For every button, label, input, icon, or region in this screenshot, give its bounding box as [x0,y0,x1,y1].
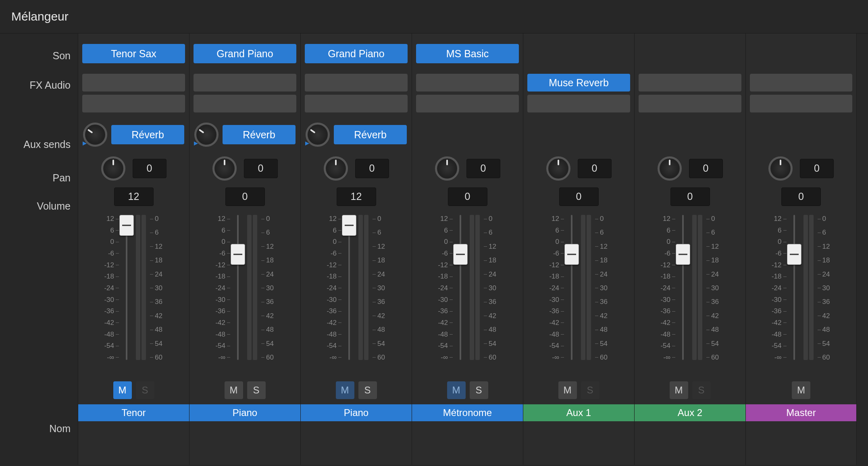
level-meter [581,215,591,360]
fx-slot-1[interactable] [305,74,408,92]
volume-fader[interactable] [124,215,129,360]
solo-button[interactable]: S [247,381,266,399]
meter-scale-right: 06121824303642485460 [261,215,276,361]
track-name[interactable]: Aux 1 [523,404,634,421]
sound-button[interactable]: Grand Piano [194,44,296,63]
fx-slot-2[interactable] [82,95,185,112]
fx-slot-1[interactable] [416,74,519,92]
volume-fader[interactable] [458,215,463,360]
volume-value[interactable]: 12 [337,187,376,206]
volume-fader[interactable] [680,215,686,360]
aux-send-knob[interactable] [194,123,219,147]
mixer: Son FX Audio Aux sends Pan Volume Nom Te… [0,33,868,465]
fx-slot-1[interactable]: Muse Reverb [527,74,630,92]
volume-value[interactable]: 0 [670,187,710,206]
fx-slot-1[interactable] [639,74,741,92]
track-name[interactable]: Piano [189,404,300,421]
track-name[interactable]: Aux 2 [635,404,745,421]
pan-knob[interactable] [435,156,459,181]
track-name[interactable]: Master [746,404,856,421]
pan-value[interactable]: 0 [689,159,723,178]
aux-send-knob[interactable] [83,123,107,147]
sound-button[interactable]: Tenor Sax [82,44,185,63]
volume-fader[interactable] [569,215,575,360]
solo-button[interactable]: S [136,381,154,399]
track-name[interactable]: Métronome [412,404,523,421]
mute-button[interactable]: M [113,381,132,399]
volume-fader[interactable] [346,215,352,360]
fx-slot-1[interactable] [194,74,296,92]
mute-button[interactable]: M [225,381,243,399]
volume-value[interactable]: 0 [559,187,599,206]
mixer-track: MS Basic001260-6-12-18-24-30-36-42-48-54… [412,33,523,465]
mixer-track: Tenor SaxRéverb0121260-6-12-18-24-30-36-… [78,33,189,465]
volume-fader[interactable] [235,215,241,360]
volume-value[interactable]: 0 [448,187,487,206]
mixer-track: Grand PianoRéverb001260-6-12-18-24-30-36… [189,33,300,465]
mute-button[interactable]: M [336,381,354,399]
mute-button[interactable]: M [792,381,810,399]
pan-value[interactable]: 0 [800,159,834,178]
fader-scale-left: 1260-6-12-18-24-30-36-42-48-54-∞ [770,215,787,361]
mute-button[interactable]: M [447,381,466,399]
level-meter [692,215,702,360]
level-meter [470,215,480,360]
meter-scale-right: 06121824303642485460 [818,215,832,361]
fx-slot-2[interactable] [305,95,408,112]
sound-button[interactable]: Grand Piano [305,44,408,63]
fader-scale-left: 1260-6-12-18-24-30-36-42-48-54-∞ [437,215,453,361]
fader-scale-left: 1260-6-12-18-24-30-36-42-48-54-∞ [548,215,564,361]
tracks-container: Tenor SaxRéverb0121260-6-12-18-24-30-36-… [78,33,857,465]
mixer-track: Grand PianoRéverb0121260-6-12-18-24-30-3… [300,33,412,465]
fx-slot-1[interactable] [750,74,852,92]
pan-value[interactable]: 0 [355,159,389,178]
aux-send-label[interactable]: Réverb [334,125,407,144]
sound-button[interactable]: MS Basic [416,44,519,63]
aux-send-label[interactable]: Réverb [111,125,184,144]
pan-knob[interactable] [324,156,348,181]
mixer-track: 001260-6-12-18-24-30-36-42-48-54-∞061218… [634,33,745,465]
mixer-track: 001260-6-12-18-24-30-36-42-48-54-∞061218… [745,33,857,465]
fx-slot-1[interactable] [82,74,185,92]
fx-slot-2[interactable] [416,95,519,112]
label-nom: Nom [0,419,71,438]
volume-fader[interactable] [791,215,797,360]
fader-scale-left: 1260-6-12-18-24-30-36-42-48-54-∞ [103,215,119,361]
meter-scale-right: 06121824303642485460 [373,215,387,361]
pan-value[interactable]: 0 [244,159,278,178]
label-fx: FX Audio [0,74,71,128]
track-name[interactable]: Piano [301,404,412,421]
mixer-track: Muse Reverb001260-6-12-18-24-30-36-42-48… [523,33,634,465]
label-son: Son [0,33,71,74]
pan-knob[interactable] [658,156,682,181]
fx-slot-2[interactable] [639,95,741,112]
meter-scale-right: 06121824303642485460 [706,215,721,361]
mute-button[interactable]: M [670,381,688,399]
panel-title: Mélangeur [0,0,868,33]
solo-button[interactable]: S [358,381,377,399]
track-name[interactable]: Tenor [78,404,189,421]
pan-value[interactable]: 0 [466,159,500,178]
level-meter [358,215,368,360]
pan-knob[interactable] [212,156,237,181]
pan-value[interactable]: 0 [578,159,612,178]
pan-value[interactable]: 0 [133,159,167,178]
aux-send-label[interactable]: Réverb [223,125,296,144]
volume-value[interactable]: 0 [781,187,821,206]
mute-button[interactable]: M [558,381,577,399]
solo-button[interactable]: S [470,381,488,399]
fx-slot-2[interactable] [527,95,630,112]
level-meter [803,215,814,360]
fx-slot-2[interactable] [194,95,296,112]
fader-scale-left: 1260-6-12-18-24-30-36-42-48-54-∞ [214,215,230,361]
fx-slot-2[interactable] [750,95,852,112]
volume-value[interactable]: 12 [114,187,154,206]
solo-button[interactable]: S [692,381,711,399]
label-pan: Pan [0,161,71,195]
aux-send-knob[interactable] [306,123,330,147]
pan-knob[interactable] [101,156,125,181]
solo-button[interactable]: S [581,381,599,399]
volume-value[interactable]: 0 [225,187,265,206]
pan-knob[interactable] [768,156,793,181]
pan-knob[interactable] [546,156,570,181]
